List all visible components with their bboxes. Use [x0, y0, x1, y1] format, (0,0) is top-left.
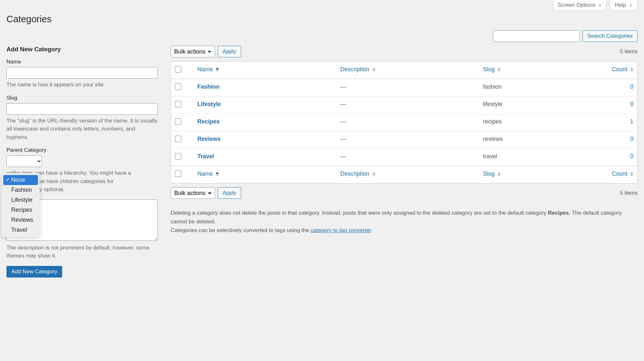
category-slug: travel: [479, 149, 596, 166]
sort-icon: [216, 68, 219, 72]
table-row: Lifestyle—lifestyle0: [171, 96, 638, 114]
column-name-header[interactable]: Name: [194, 62, 336, 79]
parent-dropdown-popup: NoneFashionLifestyleRecipesReviewsTravel: [2, 173, 40, 237]
slug-label: Slug: [6, 95, 158, 101]
sort-icon: [630, 172, 633, 176]
screen-options-tab[interactable]: Screen Options ▼: [553, 0, 607, 11]
row-checkbox[interactable]: [175, 118, 181, 125]
help-label: Help: [615, 2, 626, 8]
sort-icon: [497, 172, 501, 176]
parent-label: Parent Category: [6, 147, 158, 153]
table-row: Recipes—recipes1: [171, 114, 638, 131]
column-count-header[interactable]: Count: [597, 62, 638, 79]
row-checkbox[interactable]: [175, 83, 181, 90]
category-description: —: [336, 131, 479, 149]
name-help: The name is how it appears on your site.: [6, 81, 158, 89]
description-help: The description is not prominent by defa…: [6, 244, 158, 260]
categories-table: Name Description Slug Count: [171, 61, 638, 183]
category-count-link[interactable]: 0: [630, 101, 633, 107]
apply-button-bottom[interactable]: Apply: [218, 187, 241, 199]
dropdown-option[interactable]: Lifestyle: [2, 195, 40, 205]
name-input[interactable]: [6, 67, 158, 79]
sort-icon: [497, 68, 501, 72]
category-description: —: [336, 149, 479, 166]
category-count-link[interactable]: 0: [630, 83, 633, 90]
column-description-header[interactable]: Description: [336, 62, 479, 79]
column-slug-footer[interactable]: Slug: [479, 166, 596, 183]
search-input[interactable]: [493, 30, 580, 42]
apply-button-top[interactable]: Apply: [218, 46, 241, 57]
category-description: —: [336, 114, 479, 131]
category-count-link[interactable]: 0: [630, 136, 633, 142]
column-name-footer[interactable]: Name: [194, 166, 336, 183]
dropdown-option[interactable]: Fashion: [2, 185, 40, 195]
row-checkbox[interactable]: [175, 101, 181, 107]
dropdown-option[interactable]: None: [3, 175, 38, 185]
screen-options-label: Screen Options: [558, 2, 595, 8]
category-slug: lifestyle: [479, 96, 596, 114]
dropdown-option[interactable]: Recipes: [2, 205, 40, 215]
chevron-down-icon: ▼: [629, 3, 633, 8]
items-count-bottom: 5 items: [620, 190, 638, 196]
chevron-down-icon: ▼: [598, 3, 602, 8]
table-row: Fashion—fashion0: [171, 79, 638, 96]
help-tab[interactable]: Help ▼: [610, 0, 638, 11]
table-row: Reviews—reviews0: [171, 131, 638, 149]
slug-input[interactable]: [6, 103, 158, 115]
add-category-heading: Add New Category: [6, 46, 158, 53]
category-slug: fashion: [479, 79, 596, 96]
category-name-link[interactable]: Reviews: [197, 136, 221, 142]
column-count-footer[interactable]: Count: [597, 166, 638, 183]
category-description: —: [336, 96, 479, 114]
sort-icon: [372, 172, 375, 176]
name-label: Name: [6, 59, 158, 65]
slug-help: The “slug” is the URL-friendly version o…: [6, 117, 158, 141]
bulk-actions-select-top[interactable]: Bulk actions: [171, 46, 215, 57]
bulk-actions-select-bottom[interactable]: Bulk actions: [171, 187, 215, 199]
category-name-link[interactable]: Lifestyle: [197, 101, 221, 107]
category-count-link[interactable]: 1: [630, 118, 633, 125]
items-count-top: 5 items: [620, 48, 638, 55]
row-checkbox[interactable]: [175, 136, 181, 142]
select-all-bottom[interactable]: [175, 171, 181, 177]
category-name-link[interactable]: Fashion: [197, 83, 220, 90]
category-slug: reviews: [479, 131, 596, 149]
category-description: —: [336, 79, 479, 96]
dropdown-option[interactable]: Reviews: [2, 215, 40, 225]
search-button[interactable]: Search Categories: [582, 30, 638, 42]
category-name-link[interactable]: Travel: [197, 153, 214, 160]
category-name-link[interactable]: Recipes: [197, 118, 220, 125]
sort-icon: [216, 172, 219, 176]
page-title: Categories: [6, 11, 638, 30]
tag-converter-link[interactable]: category to tag converter: [311, 227, 371, 233]
sort-icon: [372, 68, 375, 72]
footer-notes: Deleting a category does not delete the …: [171, 209, 638, 235]
row-checkbox[interactable]: [175, 153, 181, 160]
category-count-link[interactable]: 0: [630, 153, 633, 160]
dropdown-option[interactable]: Travel: [2, 225, 40, 235]
table-row: Travel—travel0: [171, 149, 638, 166]
select-all-top[interactable]: [175, 66, 181, 73]
add-category-button[interactable]: Add New Category: [6, 266, 62, 278]
column-slug-header[interactable]: Slug: [479, 62, 596, 79]
category-slug: recipes: [479, 114, 596, 131]
sort-icon: [630, 68, 633, 72]
parent-select[interactable]: [6, 155, 42, 167]
column-description-footer[interactable]: Description: [336, 166, 479, 183]
